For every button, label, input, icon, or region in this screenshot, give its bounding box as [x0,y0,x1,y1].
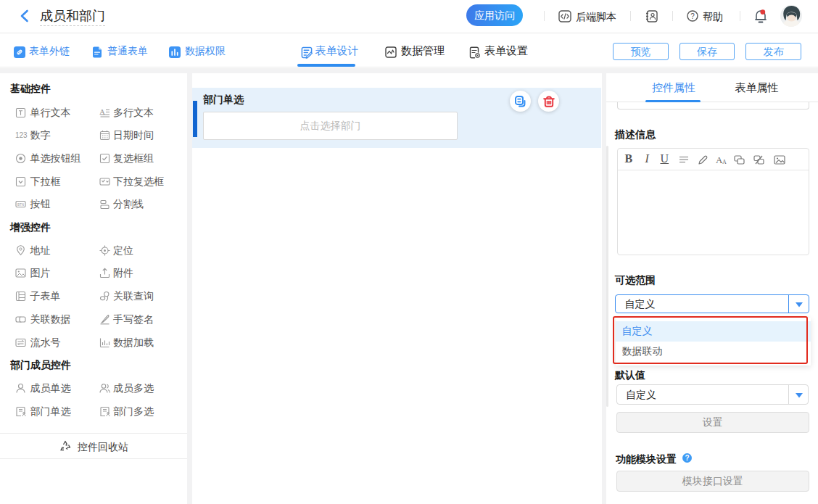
svg-text:?: ? [690,12,695,20]
svg-text:BTN: BTN [17,203,24,207]
svg-text:123: 123 [15,131,28,139]
svg-text:A: A [722,159,727,165]
